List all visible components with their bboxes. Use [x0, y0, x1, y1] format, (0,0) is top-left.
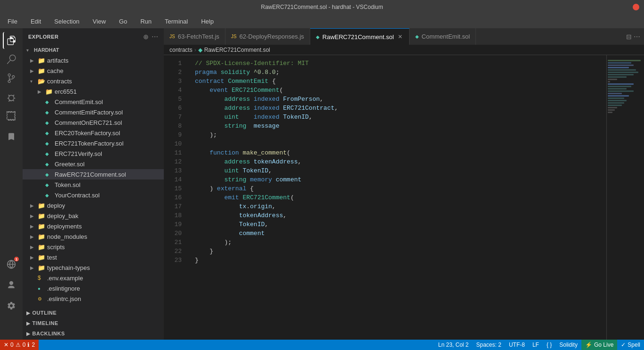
sidebar-item-contracts[interactable]: ▾ 📂 contracts [23, 76, 164, 86]
tab-close-button[interactable]: ✕ [397, 33, 403, 41]
tree-item-label: .env.example [47, 275, 83, 282]
sidebar-item-cache[interactable]: ▶ 📁 cache [23, 65, 164, 76]
tree-item-label: Greeter.sol [55, 161, 85, 168]
tree-item-label: deployments [47, 223, 82, 230]
sidebar-item-CommentEmit[interactable]: ◆ CommentEmit.sol [23, 97, 164, 107]
sidebar-item-deploy-bak[interactable]: ▶ 📁 deploy_bak [23, 211, 164, 221]
remote-activity-icon[interactable]: 1 [3, 256, 20, 273]
breadcrumb-separator: › [194, 47, 196, 53]
backlinks-section[interactable]: ▶ BACKLINKS [23, 328, 164, 339]
status-position[interactable]: Ln 23, Col 2 [435, 340, 473, 350]
tree-item-label: scripts [47, 244, 65, 251]
status-right: Ln 23, Col 2 Spaces: 2 UTF-8 LF { } Soli… [435, 340, 644, 350]
json-file-icon: ⚙ [38, 296, 45, 301]
tab-62-DeployResponses[interactable]: JS 62-DeployResponses.js [225, 28, 310, 45]
tree-item-label: ERC721Verify.sol [55, 150, 102, 157]
status-brackets[interactable]: { } [543, 340, 555, 350]
sidebar-item-YourContract[interactable]: ◆ YourContract.sol [23, 190, 164, 200]
account-activity-icon[interactable] [3, 277, 20, 293]
sidebar-item-RawERC721Comment[interactable]: ◆ RawERC721Comment.sol [23, 169, 164, 179]
sidebar-item-Greeter[interactable]: ◆ Greeter.sol [23, 159, 164, 169]
sol-file-icon: ◆ [45, 99, 53, 105]
brackets-text: { } [547, 342, 552, 348]
sidebar-item-eslintrc[interactable]: ⚙ .eslintrc.json [23, 293, 164, 304]
menu-run[interactable]: Run [137, 17, 154, 26]
more-actions-icon[interactable]: ⋯ [634, 33, 640, 41]
bookmark-activity-icon[interactable] [3, 128, 20, 145]
debug-activity-icon[interactable] [3, 89, 20, 106]
sidebar-item-scripts[interactable]: ▶ 📁 scripts [23, 242, 164, 252]
tree-root-hardhat[interactable]: ▾ HARDHAT [23, 45, 164, 55]
sidebar-item-CommentEmitFactory[interactable]: ◆ CommentEmitFactory.sol [23, 107, 164, 117]
status-errors[interactable]: ✕ 0 ⚠ 0 ℹ 2 [0, 340, 39, 350]
menu-view[interactable]: View [90, 17, 109, 26]
menu-go[interactable]: Go [116, 17, 130, 26]
sidebar-item-CommentOnERC721[interactable]: ◆ CommentOnERC721.sol [23, 117, 164, 128]
tree-item-label: typechain-types [47, 264, 90, 271]
sol-file-icon: ◆ [45, 162, 53, 167]
menu-edit[interactable]: Edit [28, 17, 44, 26]
code-content[interactable]: // SPDX-License-Identifier: MIT pragma s… [187, 55, 606, 340]
js-icon: JS [231, 34, 237, 39]
new-file-icon[interactable]: ⊕ [143, 33, 149, 41]
menu-help[interactable]: Help [198, 17, 217, 26]
status-spell[interactable]: ✓ Spell [617, 340, 644, 350]
status-go-live[interactable]: ⚡ Go Live [581, 340, 617, 350]
timeline-section[interactable]: ▶ TIMELINE [23, 318, 164, 328]
sidebar-item-ERC721TokenFactory[interactable]: ◆ ERC721TokenFactory.sol [23, 138, 164, 148]
search-activity-icon[interactable] [3, 51, 20, 68]
svg-rect-1 [608, 60, 641, 61]
sidebar-item-artifacts[interactable]: ▶ 📁 artifacts [23, 55, 164, 65]
tab-63-FetchTest[interactable]: JS 63-FetchTest.js [164, 28, 225, 45]
sidebar-item-node-modules[interactable]: ▶ 📁 node_modules [23, 231, 164, 242]
breadcrumb-filename[interactable]: RawERC721Comment.sol [204, 47, 270, 53]
outline-section[interactable]: ▶ OUTLINE [23, 308, 164, 318]
close-button[interactable] [633, 4, 639, 10]
status-line-ending[interactable]: LF [529, 340, 543, 350]
line-ending-text: LF [532, 342, 539, 348]
svg-rect-4 [608, 67, 629, 68]
sidebar-item-test[interactable]: ▶ 📁 test [23, 252, 164, 262]
tab-RawERC721Comment[interactable]: ◆ RawERC721Comment.sol ✕ [310, 28, 410, 45]
split-editor-icon[interactable]: ⊟ [626, 33, 632, 41]
arrow-icon: ▾ [30, 79, 38, 84]
svg-rect-23 [608, 112, 612, 113]
folder-icon: 📁 [38, 212, 45, 220]
tab-CommentEmit[interactable]: ◆ CommentEmit.sol [410, 28, 476, 45]
arrow-icon: ▾ [26, 48, 34, 53]
breadcrumb-contracts[interactable]: contracts [169, 47, 193, 53]
sidebar-item-eslintignore[interactable]: ● .eslintignore [23, 283, 164, 293]
explorer-activity-icon[interactable] [3, 32, 20, 49]
sidebar-item-ERC721Verify[interactable]: ◆ ERC721Verify.sol [23, 148, 164, 159]
sidebar-item-deployments[interactable]: ▶ 📁 deployments [23, 221, 164, 231]
tree-item-label: cache [47, 67, 64, 74]
go-live-text: Go Live [594, 342, 613, 348]
sidebar-item-typechain-types[interactable]: ▶ 📁 typechain-types [23, 262, 164, 273]
sidebar-item-ERC20TokenFactory[interactable]: ◆ ERC20TokenFactory.sol [23, 128, 164, 138]
env-file-icon: $ [38, 275, 45, 281]
svg-rect-16 [608, 95, 629, 97]
spell-text: Spell [628, 342, 640, 348]
status-spaces[interactable]: Spaces: 2 [473, 340, 505, 350]
sidebar-item-deploy[interactable]: ▶ 📁 deploy [23, 200, 164, 211]
tree-item-label: test [47, 254, 57, 261]
source-control-activity-icon[interactable] [3, 70, 20, 87]
collapse-all-icon[interactable]: ⋯ [152, 33, 158, 41]
sidebar-item-erc6551[interactable]: ▶ 📁 erc6551 [23, 86, 164, 97]
sidebar-item-Token[interactable]: ◆ Token.sol [23, 179, 164, 190]
tree-item-label: contracts [47, 78, 72, 85]
tree-item-label: YourContract.sol [55, 192, 100, 199]
info-icon: ℹ [27, 342, 30, 348]
menu-terminal[interactable]: Terminal [162, 17, 191, 26]
arrow-icon: ▶ [30, 213, 38, 219]
sidebar-title: EXPLORER [28, 34, 59, 40]
sidebar-item-env-example[interactable]: $ .env.example [23, 273, 164, 283]
extensions-activity-icon[interactable] [3, 107, 20, 124]
status-encoding[interactable]: UTF-8 [505, 340, 529, 350]
svg-rect-6 [608, 72, 638, 73]
settings-activity-icon[interactable] [3, 297, 20, 314]
info-count: 2 [32, 342, 35, 348]
status-language[interactable]: Solidity [555, 340, 581, 350]
menu-file[interactable]: File [5, 17, 20, 26]
menu-selection[interactable]: Selection [51, 17, 82, 26]
